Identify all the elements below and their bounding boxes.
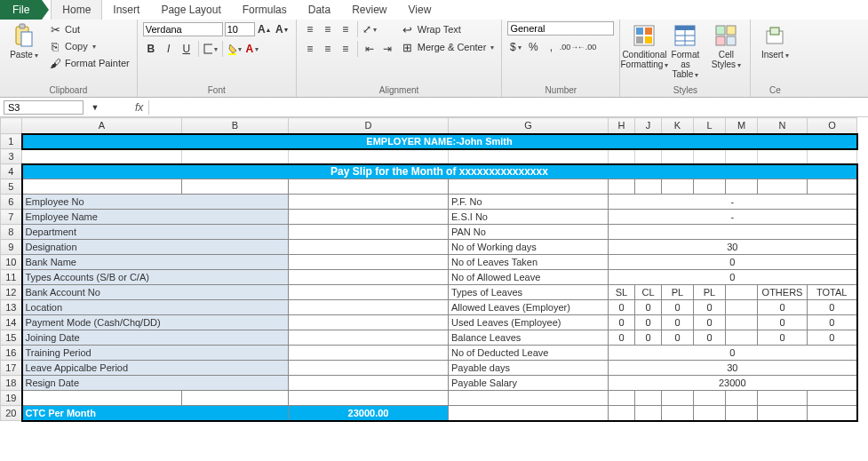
cell-O13[interactable]: 0 bbox=[808, 300, 857, 315]
cell-O12[interactable]: TOTAL bbox=[808, 285, 857, 300]
cell-H20[interactable] bbox=[609, 406, 635, 421]
cell-L14[interactable]: 0 bbox=[694, 315, 726, 330]
cell-M15[interactable] bbox=[726, 330, 758, 346]
row-header-18[interactable]: 18 bbox=[1, 376, 22, 391]
value-right-9[interactable]: 30 bbox=[609, 240, 857, 255]
cell-B3[interactable] bbox=[182, 149, 289, 164]
cell-J5[interactable] bbox=[635, 179, 662, 195]
cell-J12[interactable]: CL bbox=[635, 285, 662, 300]
cell-N19[interactable] bbox=[758, 391, 808, 406]
select-all-corner[interactable] bbox=[1, 118, 22, 134]
cell-L13[interactable]: 0 bbox=[694, 300, 726, 315]
row-header-7[interactable]: 7 bbox=[1, 210, 22, 225]
label-left-18[interactable]: Resign Date bbox=[22, 376, 289, 391]
label-right-8[interactable]: PAN No bbox=[449, 225, 609, 240]
row-header-6[interactable]: 6 bbox=[1, 195, 22, 210]
label-left-9[interactable]: Designation bbox=[22, 240, 289, 255]
row-header-17[interactable]: 17 bbox=[1, 361, 22, 376]
value-right-10[interactable]: 0 bbox=[609, 255, 857, 270]
label-left-12[interactable]: Bank Account No bbox=[22, 285, 289, 300]
label-right-6[interactable]: P.F. No bbox=[449, 195, 609, 210]
file-tab[interactable]: File bbox=[0, 0, 42, 20]
percent-format-icon[interactable]: % bbox=[525, 39, 541, 55]
spreadsheet-grid[interactable]: ABDGHJKLMNO1EMPLOYER NAME:-John Smith34P… bbox=[0, 117, 868, 461]
cell-K15[interactable]: 0 bbox=[662, 330, 694, 346]
col-header-J[interactable]: J bbox=[635, 118, 662, 134]
font-name-input[interactable] bbox=[143, 22, 223, 36]
row-header-3[interactable]: 3 bbox=[1, 149, 22, 164]
row-header-15[interactable]: 15 bbox=[1, 330, 22, 346]
cell-D11[interactable] bbox=[289, 270, 449, 285]
col-header-L[interactable]: L bbox=[694, 118, 726, 134]
cell-H3[interactable] bbox=[609, 149, 635, 164]
value-right-17[interactable]: 30 bbox=[609, 361, 857, 376]
cell-H14[interactable]: 0 bbox=[609, 315, 635, 330]
cell-G5[interactable] bbox=[449, 179, 609, 195]
align-middle-icon[interactable]: ≡ bbox=[320, 21, 336, 37]
paste-button[interactable]: Paste bbox=[5, 21, 43, 62]
label-left-13[interactable]: Location bbox=[22, 300, 289, 315]
label-left-15[interactable]: Joining Date bbox=[22, 330, 289, 346]
name-box-dropdown-icon[interactable]: ▼ bbox=[87, 99, 103, 115]
align-right-icon[interactable]: ≡ bbox=[338, 41, 354, 57]
cut-button[interactable]: ✂Cut bbox=[46, 21, 131, 37]
cell-O15[interactable]: 0 bbox=[808, 330, 857, 346]
cell-M5[interactable] bbox=[726, 179, 758, 195]
cell-D5[interactable] bbox=[289, 179, 449, 195]
col-header-B[interactable]: B bbox=[182, 118, 289, 134]
accounting-format-icon[interactable]: $ bbox=[507, 39, 523, 55]
col-header-G[interactable]: G bbox=[449, 118, 609, 134]
fill-color-button[interactable] bbox=[227, 41, 243, 57]
row-header-14[interactable]: 14 bbox=[1, 315, 22, 330]
increase-indent-icon[interactable]: ⇥ bbox=[379, 41, 395, 57]
borders-button[interactable] bbox=[203, 41, 219, 57]
cell-K3[interactable] bbox=[662, 149, 694, 164]
value-right-18[interactable]: 23000 bbox=[609, 376, 857, 391]
label-left-7[interactable]: Employee Name bbox=[22, 210, 289, 225]
cell-D8[interactable] bbox=[289, 225, 449, 240]
label-right-10[interactable]: No of Leaves Taken bbox=[449, 255, 609, 270]
tab-review[interactable]: Review bbox=[341, 0, 397, 20]
col-header-M[interactable]: M bbox=[726, 118, 758, 134]
cell-G20[interactable] bbox=[449, 406, 609, 421]
label-left-11[interactable]: Types Accounts (S/B or C/A) bbox=[22, 270, 289, 285]
cell-L12[interactable]: PL bbox=[694, 285, 726, 300]
cell-G19[interactable] bbox=[449, 391, 609, 406]
font-color-button[interactable]: A bbox=[244, 41, 260, 57]
col-header-A[interactable]: A bbox=[22, 118, 182, 134]
cell-O5[interactable] bbox=[808, 179, 857, 195]
label-right-12[interactable]: Types of Leaves bbox=[449, 285, 609, 300]
cell-H15[interactable]: 0 bbox=[609, 330, 635, 346]
cell-N13[interactable]: 0 bbox=[758, 300, 808, 315]
format-as-table-button[interactable]: Format as Table bbox=[666, 21, 704, 82]
italic-button[interactable]: I bbox=[161, 41, 177, 57]
cell-H5[interactable] bbox=[609, 179, 635, 195]
cell-H12[interactable]: SL bbox=[609, 285, 635, 300]
cell-D9[interactable] bbox=[289, 240, 449, 255]
label-right-7[interactable]: E.S.I No bbox=[449, 210, 609, 225]
cell-H13[interactable]: 0 bbox=[609, 300, 635, 315]
row-header-10[interactable]: 10 bbox=[1, 255, 22, 270]
cell-K19[interactable] bbox=[662, 391, 694, 406]
underline-button[interactable]: U bbox=[179, 41, 195, 57]
value-right-11[interactable]: 0 bbox=[609, 270, 857, 285]
cell-L15[interactable]: 0 bbox=[694, 330, 726, 346]
increase-decimal-icon[interactable]: .00→ bbox=[561, 39, 577, 55]
ctc-value[interactable]: 23000.00 bbox=[289, 406, 449, 421]
row-header-9[interactable]: 9 bbox=[1, 240, 22, 255]
cell-H19[interactable] bbox=[609, 391, 635, 406]
label-right-13[interactable]: Allowed Leaves (Employer) bbox=[449, 300, 609, 315]
label-left-17[interactable]: Leave Appicalbe Period bbox=[22, 361, 289, 376]
bold-button[interactable]: B bbox=[143, 41, 159, 57]
cell-A5[interactable] bbox=[22, 179, 182, 195]
cell-D10[interactable] bbox=[289, 255, 449, 270]
cell-D17[interactable] bbox=[289, 361, 449, 376]
label-right-11[interactable]: No of Allowed Leave bbox=[449, 270, 609, 285]
wrap-text-button[interactable]: ↩Wrap Text bbox=[399, 21, 497, 37]
align-top-icon[interactable]: ≡ bbox=[302, 21, 318, 37]
cell-N15[interactable]: 0 bbox=[758, 330, 808, 346]
align-center-icon[interactable]: ≡ bbox=[320, 41, 336, 57]
label-left-6[interactable]: Employee No bbox=[22, 195, 289, 210]
comma-format-icon[interactable]: , bbox=[543, 39, 559, 55]
cell-J3[interactable] bbox=[635, 149, 662, 164]
